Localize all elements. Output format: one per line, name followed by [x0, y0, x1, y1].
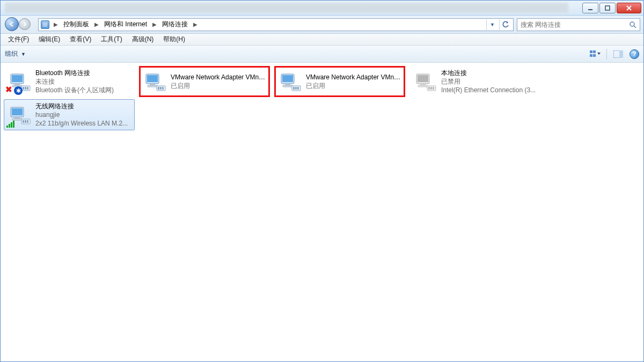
svg-rect-19	[27, 87, 28, 90]
svg-rect-7	[593, 50, 596, 53]
network-connection-item[interactable]: VMware Network Adapter VMnet8 已启用	[274, 66, 405, 97]
chevron-right-icon[interactable]: ▶	[150, 21, 159, 27]
svg-rect-31	[283, 85, 292, 87]
connection-status: huangjie	[35, 110, 132, 119]
connection-name: 本地连接	[441, 69, 538, 77]
menu-bar: 文件(F) 编辑(E) 查看(V) 工具(T) 高级(N) 帮助(H)	[1, 34, 643, 46]
back-arrow-icon	[9, 21, 15, 27]
view-tiles-icon	[590, 50, 601, 58]
title-bar	[1, 1, 643, 16]
chevron-right-icon[interactable]: ▶	[191, 21, 200, 27]
chevron-down-icon: ▼	[21, 51, 26, 57]
breadcrumb-item[interactable]: 网络连接	[161, 20, 189, 29]
svg-rect-49	[23, 120, 24, 123]
svg-rect-21	[147, 75, 158, 82]
forward-arrow-icon	[22, 21, 27, 27]
svg-rect-13	[12, 75, 23, 82]
connection-name: Bluetooth 网络连接	[35, 69, 132, 77]
connection-name: 无线网络连接	[35, 102, 132, 110]
svg-rect-1	[605, 6, 610, 10]
svg-rect-34	[295, 87, 297, 90]
svg-rect-26	[160, 87, 162, 90]
maximize-icon	[604, 5, 611, 11]
svg-rect-11	[619, 50, 623, 58]
help-button[interactable]: ?	[630, 49, 639, 59]
connection-status: 已启用	[171, 82, 267, 90]
explorer-window: ▶ 控制面板 ▶ 网络和 Internet ▶ 网络连接 ▶ ▼ 文件(F) 编…	[0, 0, 644, 362]
menu-view[interactable]: 查看(V)	[65, 34, 96, 45]
search-icon	[629, 21, 636, 28]
connection-text: Bluetooth 网络连接 未连接 Bluetooth 设备(个人区域网)	[32, 69, 132, 94]
menu-advanced[interactable]: 高级(N)	[128, 34, 158, 45]
network-connection-item[interactable]: 本地连接 已禁用 Intel(R) Ethernet Connection (3…	[409, 66, 540, 97]
svg-rect-17	[23, 87, 24, 90]
nav-bar: ▶ 控制面板 ▶ 网络和 Internet ▶ 网络连接 ▶ ▼	[1, 16, 643, 34]
search-box[interactable]	[517, 18, 640, 31]
menu-tools[interactable]: 工具(T)	[97, 34, 126, 45]
connection-name: VMware Network Adapter VMnet1	[171, 73, 267, 82]
connection-device: 2x2 11b/g/n Wireless LAN M.2...	[35, 119, 132, 128]
menu-edit[interactable]: 编辑(E)	[34, 34, 64, 45]
svg-rect-8	[590, 54, 592, 57]
address-dropdown-button[interactable]: ▼	[486, 19, 498, 30]
preview-pane-button[interactable]	[612, 48, 624, 60]
bluetooth-icon: ✱	[14, 86, 23, 95]
connection-status: 已禁用	[441, 77, 538, 86]
refresh-icon	[502, 21, 509, 28]
refresh-button[interactable]	[499, 19, 511, 30]
svg-point-4	[630, 22, 634, 26]
connections-pane: ✖✱ Bluetooth 网络连接 未连接 Bluetooth 设备(个人区域网…	[1, 63, 643, 361]
svg-rect-50	[25, 120, 26, 123]
search-input[interactable]	[521, 21, 617, 28]
connection-device: Intel(R) Ethernet Connection (3...	[441, 86, 538, 94]
preview-pane-icon	[613, 50, 623, 58]
svg-rect-42	[430, 87, 432, 90]
svg-line-5	[634, 26, 636, 28]
back-button[interactable]	[5, 17, 19, 31]
view-options-button[interactable]	[589, 48, 601, 60]
organize-button[interactable]: 组织 ▼	[5, 49, 26, 58]
svg-rect-43	[433, 87, 434, 90]
svg-rect-29	[282, 75, 293, 82]
toolbar: 组织 ▼ ?	[1, 46, 643, 63]
svg-rect-35	[297, 87, 299, 90]
close-button[interactable]	[617, 3, 641, 13]
maximize-button[interactable]	[599, 3, 616, 13]
title-blur	[5, 3, 568, 13]
disconnected-x-icon: ✖	[5, 85, 12, 94]
network-connection-item[interactable]: VMware Network Adapter VMnet1 已启用	[139, 66, 270, 97]
svg-rect-51	[27, 120, 28, 123]
network-adapter-icon	[142, 69, 167, 94]
chevron-right-icon[interactable]: ▶	[92, 21, 101, 27]
svg-rect-45	[12, 108, 23, 115]
breadcrumb-item[interactable]: 网络和 Internet	[103, 20, 148, 29]
svg-rect-23	[148, 85, 157, 87]
connection-status: 已启用	[306, 82, 402, 90]
chevron-right-icon[interactable]: ▶	[52, 21, 60, 27]
address-bar-buttons: ▼	[486, 19, 511, 30]
window-controls	[581, 3, 641, 13]
minimize-icon	[587, 5, 594, 11]
help-icon: ?	[632, 50, 636, 58]
svg-rect-18	[25, 87, 26, 90]
connection-text: 本地连接 已禁用 Intel(R) Ethernet Connection (3…	[438, 69, 538, 94]
svg-rect-9	[593, 54, 596, 57]
network-connection-item[interactable]: 无线网络连接 huangjie 2x2 11b/g/n Wireless LAN…	[4, 99, 135, 130]
svg-rect-25	[158, 87, 159, 90]
connection-device: Bluetooth 设备(个人区域网)	[35, 86, 132, 94]
svg-rect-33	[293, 87, 295, 90]
menu-help[interactable]: 帮助(H)	[159, 34, 189, 45]
network-connection-item[interactable]: ✖✱ Bluetooth 网络连接 未连接 Bluetooth 设备(个人区域网…	[4, 66, 135, 97]
minimize-button[interactable]	[582, 3, 598, 13]
network-adapter-icon: ✖✱	[6, 69, 32, 94]
chevron-down-icon: ▼	[490, 22, 495, 27]
toolbar-right: ?	[589, 48, 639, 60]
address-bar[interactable]: ▶ 控制面板 ▶ 网络和 Internet ▶ 网络连接 ▶ ▼	[38, 18, 514, 31]
connection-text: VMware Network Adapter VMnet1 已启用	[167, 69, 267, 94]
forward-button[interactable]	[19, 18, 31, 30]
network-adapter-icon	[277, 69, 303, 94]
close-icon	[625, 5, 633, 11]
breadcrumb-item[interactable]: 控制面板	[62, 20, 90, 29]
connection-text: 无线网络连接 huangjie 2x2 11b/g/n Wireless LAN…	[32, 102, 132, 128]
menu-file[interactable]: 文件(F)	[4, 34, 33, 45]
